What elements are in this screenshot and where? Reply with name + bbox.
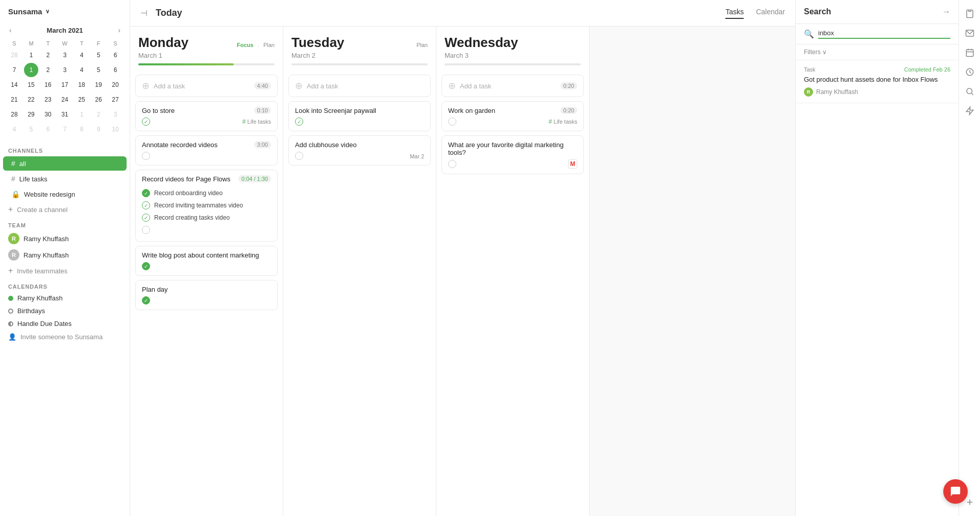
cal-day[interactable]: 6 <box>108 48 122 62</box>
filters-button[interactable]: Filters ∨ <box>804 49 827 56</box>
lightning-icon-button[interactable] <box>962 103 977 119</box>
calendar-handle-due-dates[interactable]: Handle Due Dates <box>0 317 130 330</box>
task-work-on-garden[interactable]: Work on garden 0:20 # Life tasks <box>442 101 584 131</box>
cal-day[interactable]: 3 <box>108 107 122 122</box>
prev-month-button[interactable]: ‹ <box>6 25 15 35</box>
subtask-check[interactable] <box>142 214 150 222</box>
search-icon-button[interactable] <box>962 84 977 99</box>
add-task-row-tuesday[interactable]: ⊕ Add a task <box>288 75 431 97</box>
cal-day[interactable]: 28 <box>7 48 21 62</box>
focus-tag[interactable]: Focus <box>237 42 253 50</box>
task-check[interactable] <box>295 152 303 160</box>
cal-day[interactable]: 31 <box>58 107 72 122</box>
cal-day[interactable]: 17 <box>58 78 72 92</box>
calendar-icon-button[interactable] <box>962 45 977 60</box>
subtask-card-record-videos[interactable]: Record videos for Page Flows 0:04 / 1:30… <box>135 170 278 242</box>
task-check[interactable] <box>448 118 456 126</box>
subtask-check[interactable] <box>142 226 150 234</box>
cal-day[interactable]: 6 <box>41 122 55 136</box>
cal-day[interactable]: 7 <box>7 63 21 77</box>
invite-teammates-button[interactable]: + Invite teammates <box>0 263 130 278</box>
plan-tag[interactable]: Plan <box>416 42 428 48</box>
task-annotate-videos[interactable]: Annotate recorded videos 3:00 <box>135 135 278 166</box>
tab-tasks[interactable]: Tasks <box>725 8 744 19</box>
task-screenjar-paywall[interactable]: Look into Screenjar paywall <box>288 101 431 131</box>
sidebar-item-life-tasks[interactable]: # Life tasks <box>3 172 127 186</box>
expand-search-button[interactable]: → <box>942 7 950 16</box>
task-title: Write blog post about content marketing <box>142 251 271 259</box>
subtask-check[interactable] <box>142 201 150 209</box>
task-check[interactable] <box>142 118 150 126</box>
today-button[interactable]: Today <box>156 8 182 18</box>
cal-day[interactable]: 20 <box>108 78 122 92</box>
cal-day[interactable]: 19 <box>91 78 106 92</box>
task-check-completed[interactable] <box>142 262 150 270</box>
task-write-blog-post[interactable]: Write blog post about content marketing <box>135 246 278 276</box>
add-task-row-monday[interactable]: ⊕ Add a task 4:40 <box>135 75 278 97</box>
cal-day[interactable]: 10 <box>108 122 122 136</box>
cal-day[interactable]: 25 <box>75 92 89 107</box>
task-go-to-store[interactable]: Go to store 0:10 # Life tasks <box>135 101 278 131</box>
task-check-completed[interactable] <box>142 296 150 304</box>
create-channel-button[interactable]: + Create a channel <box>0 202 130 217</box>
task-digital-marketing-tools[interactable]: What are your favorite digital marketing… <box>442 135 584 174</box>
team-member-ramy-1[interactable]: R Ramy Khuffash <box>0 230 130 247</box>
cal-day-today[interactable]: 1 <box>24 63 38 77</box>
chat-fab-button[interactable] <box>943 479 968 504</box>
team-member-ramy-2[interactable]: R Ramy Khuffash <box>0 247 130 263</box>
app-logo[interactable]: Sunsama ∨ <box>0 0 130 23</box>
invite-someone-button[interactable]: 👤 Invite someone to Sunsama <box>0 330 130 344</box>
task-title: Plan day <box>142 286 271 293</box>
task-check[interactable] <box>142 152 150 160</box>
task-add-clubhouse-video[interactable]: Add clubhouse video Mar 2 <box>288 135 431 166</box>
cal-day[interactable]: 2 <box>91 107 106 122</box>
cal-day[interactable]: 8 <box>75 122 89 136</box>
cal-day[interactable]: 15 <box>24 78 38 92</box>
cal-day[interactable]: 5 <box>91 63 106 77</box>
cal-day[interactable]: 9 <box>91 122 106 136</box>
cal-day[interactable]: 5 <box>24 122 38 136</box>
task-check[interactable] <box>448 160 456 168</box>
cal-day[interactable]: 4 <box>75 48 89 62</box>
cal-day[interactable]: 22 <box>24 92 38 107</box>
cal-day[interactable]: 24 <box>58 92 72 107</box>
cal-day[interactable]: 7 <box>58 122 72 136</box>
next-month-button[interactable]: › <box>115 25 124 35</box>
task-plan-day[interactable]: Plan day <box>135 280 278 310</box>
plan-tag[interactable]: Plan <box>263 42 275 50</box>
collapse-sidebar-button[interactable]: ⊣ <box>140 8 148 18</box>
cal-day[interactable]: 4 <box>7 122 21 136</box>
cal-day[interactable]: 16 <box>41 78 55 92</box>
cal-day[interactable]: 23 <box>41 92 55 107</box>
cal-day[interactable]: 27 <box>108 92 122 107</box>
clock-icon-button[interactable] <box>962 64 977 80</box>
cal-day[interactable]: 26 <box>91 92 106 107</box>
cal-day[interactable]: 1 <box>24 48 38 62</box>
cal-day[interactable]: 21 <box>7 92 21 107</box>
cal-day[interactable]: 3 <box>58 48 72 62</box>
tab-calendar[interactable]: Calendar <box>756 8 785 19</box>
cal-day[interactable]: 1 <box>75 107 89 122</box>
cal-day[interactable]: 30 <box>41 107 55 122</box>
cal-day[interactable]: 2 <box>41 48 55 62</box>
cal-day[interactable]: 14 <box>7 78 21 92</box>
task-check[interactable] <box>295 118 303 126</box>
search-result[interactable]: Task Completed Feb 26 Got product hunt a… <box>796 60 959 103</box>
calendar-ramy[interactable]: Ramy Khuffash <box>0 292 130 304</box>
cal-day[interactable]: 3 <box>58 63 72 77</box>
calendar-birthdays[interactable]: Birthdays <box>0 304 130 317</box>
cal-day[interactable]: 2 <box>41 63 55 77</box>
cal-day[interactable]: 5 <box>91 48 106 62</box>
search-input[interactable] <box>818 29 950 39</box>
sidebar-item-website-redesign[interactable]: 🔒 Website redesign <box>3 187 127 201</box>
cal-day[interactable]: 4 <box>75 63 89 77</box>
add-task-row-wednesday[interactable]: ⊕ Add a task 0:20 <box>442 75 584 97</box>
sidebar-item-all[interactable]: # all <box>3 156 127 171</box>
cal-day[interactable]: 18 <box>75 78 89 92</box>
cal-day[interactable]: 28 <box>7 107 21 122</box>
mail-icon-button[interactable] <box>962 26 977 41</box>
cal-day[interactable]: 6 <box>108 63 122 77</box>
clipboard-icon-button[interactable] <box>962 6 977 21</box>
subtask-check[interactable] <box>142 189 150 197</box>
cal-day[interactable]: 29 <box>24 107 38 122</box>
